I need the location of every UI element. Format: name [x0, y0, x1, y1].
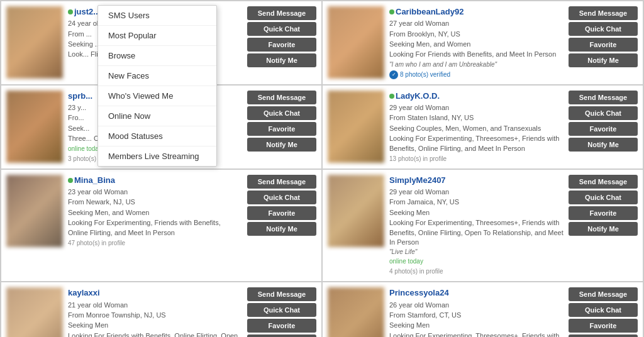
send-message-btn-kaylaxxi[interactable]: Send Message [247, 287, 316, 301]
dropdown-item-online-now[interactable]: Online Now [98, 106, 216, 126]
action-buttons-kaylaxxi: Send Message Quick Chat Favorite Notify … [247, 287, 316, 337]
profile-card-mina_bina: Mina_Bina 23 year old Woman From Newark,… [1, 170, 321, 282]
notify-me-btn-simplyme2407[interactable]: Notify Me [569, 222, 638, 236]
profile-photo-mina_bina[interactable] [6, 175, 63, 247]
profile-location-simplyme2407: From Jamaica, NY, US [389, 197, 564, 207]
notify-me-btn-just2[interactable]: Notify Me [247, 53, 316, 67]
notify-me-btn-princessyola24[interactable]: Notify Me [569, 334, 638, 337]
send-message-btn-ladykod[interactable]: Send Message [569, 91, 638, 104]
profile-card-simplyme2407: SimplyMe2407 29 year old Woman From Jama… [323, 170, 643, 282]
profile-card-ladykod: LadyK.O.D. 29 year old Woman From Staten… [323, 86, 643, 168]
favorite-btn-ladykod[interactable]: Favorite [569, 122, 638, 136]
notify-me-btn-ladykod[interactable]: Notify Me [569, 138, 638, 152]
profile-age-kaylaxxi: 21 year old Woman [68, 301, 242, 310]
verified-badge-caribbeanlady92: ✓8 photo(s) verified [389, 70, 450, 79]
photos-count-simplyme2407: 4 photo(s) in profile [389, 267, 564, 276]
photos-count-ladykod: 13 photo(s) in profile [389, 155, 564, 163]
profile-location-kaylaxxi: From Monroe Township, NJ, US [68, 311, 242, 320]
profile-desc-ladykod: Looking For Experimenting, Threesomes+, … [389, 134, 564, 153]
profile-info-mina_bina: Mina_Bina 23 year old Woman From Newark,… [68, 175, 242, 277]
quick-chat-btn-sprb[interactable]: Quick Chat [247, 106, 316, 120]
quick-chat-btn-kaylaxxi[interactable]: Quick Chat [247, 303, 316, 317]
action-buttons-just2: Send Message Quick Chat Favorite Notify … [247, 6, 316, 79]
profile-photo-just2[interactable] [6, 6, 63, 79]
profile-location-ladykod: From Staten Island, NY, US [389, 113, 564, 123]
profile-desc-mina_bina: Looking For Experimenting, Friends with … [68, 218, 242, 238]
dropdown-item-whos-viewed-me[interactable]: Who's Viewed Me [98, 86, 216, 106]
dropdown-item-sms-users[interactable]: SMS Users [98, 6, 216, 26]
profile-info-princessyola24: Princessyola24 26 year old Woman From St… [389, 287, 564, 337]
favorite-btn-just2[interactable]: Favorite [247, 38, 316, 52]
send-message-btn-just2[interactable]: Send Message [247, 6, 316, 20]
profile-info-caribbeanlady92: CaribbeanLady92 27 year old Woman From B… [389, 6, 564, 79]
notify-me-btn-sprb[interactable]: Notify Me [247, 138, 316, 152]
profile-photo-caribbeanlady92[interactable] [328, 6, 384, 79]
profile-card-caribbeanlady92: CaribbeanLady92 27 year old Woman From B… [323, 1, 643, 84]
notify-me-btn-caribbeanlady92[interactable]: Notify Me [569, 53, 638, 67]
profile-photo-simplyme2407[interactable] [328, 175, 384, 247]
favorite-btn-caribbeanlady92[interactable]: Favorite [569, 38, 638, 52]
profile-desc-kaylaxxi: Looking For Friends with Benefits, Onlin… [68, 331, 242, 337]
send-message-btn-princessyola24[interactable]: Send Message [569, 287, 638, 301]
profile-card-princessyola24: Princessyola24 26 year old Woman From St… [323, 282, 643, 337]
quick-chat-btn-just2[interactable]: Quick Chat [247, 22, 316, 36]
profile-desc-simplyme2407: Looking For Experimenting, Threesomes+, … [389, 218, 564, 247]
dropdown-menu: SMS UsersMost PopularBrowseNew FacesWho'… [97, 5, 217, 167]
favorite-btn-princessyola24[interactable]: Favorite [569, 319, 638, 333]
profile-seeking-kaylaxxi: Seeking Men [68, 321, 242, 330]
online-today-simplyme2407: online today [389, 257, 564, 266]
action-buttons-simplyme2407: Send Message Quick Chat Favorite Notify … [569, 175, 638, 277]
profile-photo-ladykod[interactable] [328, 91, 384, 163]
profile-location-caribbeanlady92: From Brooklyn, NY, US [389, 30, 564, 39]
profile-name-kaylaxxi[interactable]: kaylaxxi [68, 287, 242, 299]
profile-age-ladykod: 29 year old Woman [389, 103, 564, 113]
profile-photo-princessyola24[interactable] [328, 287, 384, 337]
profile-age-princessyola24: 26 year old Woman [389, 301, 564, 310]
profile-seeking-princessyola24: Seeking Men [389, 321, 564, 330]
profile-seeking-simplyme2407: Seeking Men [389, 208, 564, 218]
quick-chat-btn-simplyme2407[interactable]: Quick Chat [569, 191, 638, 204]
profile-age-simplyme2407: 29 year old Woman [389, 187, 564, 197]
send-message-btn-sprb[interactable]: Send Message [247, 91, 316, 104]
profile-name-princessyola24[interactable]: Princessyola24 [389, 287, 564, 299]
profile-seeking-caribbeanlady92: Seeking Men, and Women [389, 40, 564, 49]
profile-seeking-mina_bina: Seeking Men, and Women [68, 208, 242, 218]
profile-location-mina_bina: From Newark, NJ, US [68, 197, 242, 207]
action-buttons-caribbeanlady92: Send Message Quick Chat Favorite Notify … [569, 6, 638, 79]
profile-name-simplyme2407[interactable]: SimplyMe2407 [389, 175, 564, 186]
profile-name-mina_bina[interactable]: Mina_Bina [68, 175, 242, 186]
profile-photo-kaylaxxi[interactable] [6, 287, 63, 337]
send-message-btn-simplyme2407[interactable]: Send Message [569, 175, 638, 189]
favorite-btn-kaylaxxi[interactable]: Favorite [247, 319, 316, 333]
dropdown-item-most-popular[interactable]: Most Popular [98, 26, 216, 46]
profile-age-mina_bina: 23 year old Woman [68, 187, 242, 197]
profile-quote-caribbeanlady92: "I am who I am and I am Unbreakable" [389, 60, 564, 69]
profile-photo-sprb[interactable] [6, 91, 63, 163]
profile-name-caribbeanlady92[interactable]: CaribbeanLady92 [389, 6, 564, 18]
profile-card-kaylaxxi: kaylaxxi 21 year old Woman From Monroe T… [1, 282, 321, 337]
profile-seeking-ladykod: Seeking Couples, Men, Women, and Transex… [389, 124, 564, 133]
favorite-btn-sprb[interactable]: Favorite [247, 122, 316, 136]
send-message-btn-mina_bina[interactable]: Send Message [247, 175, 316, 189]
profile-info-ladykod: LadyK.O.D. 29 year old Woman From Staten… [389, 91, 564, 163]
dropdown-item-browse[interactable]: Browse [98, 46, 216, 66]
action-buttons-mina_bina: Send Message Quick Chat Favorite Notify … [247, 175, 316, 277]
profile-name-ladykod[interactable]: LadyK.O.D. [389, 91, 564, 102]
quick-chat-btn-princessyola24[interactable]: Quick Chat [569, 303, 638, 317]
dropdown-item-new-faces[interactable]: New Faces [98, 66, 216, 86]
quick-chat-btn-ladykod[interactable]: Quick Chat [569, 106, 638, 120]
action-buttons-sprb: Send Message Quick Chat Favorite Notify … [247, 91, 316, 163]
action-buttons-ladykod: Send Message Quick Chat Favorite Notify … [569, 91, 638, 163]
photos-count-mina_bina: 47 photo(s) in profile [68, 239, 242, 248]
dropdown-item-members-live-streaming[interactable]: Members Live Streaming [98, 146, 216, 166]
send-message-btn-caribbeanlady92[interactable]: Send Message [569, 6, 638, 20]
quick-chat-btn-caribbeanlady92[interactable]: Quick Chat [569, 22, 638, 36]
profile-desc-princessyola24: Looking For Experimenting, Threesomes+, … [389, 331, 564, 337]
notify-me-btn-kaylaxxi[interactable]: Notify Me [247, 334, 316, 337]
profiles-grid: just2... 24 year old From ... Seeking ..… [0, 0, 644, 337]
notify-me-btn-mina_bina[interactable]: Notify Me [247, 222, 316, 236]
favorite-btn-simplyme2407[interactable]: Favorite [569, 206, 638, 220]
favorite-btn-mina_bina[interactable]: Favorite [247, 206, 316, 220]
dropdown-item-mood-statuses[interactable]: Mood Statuses [98, 126, 216, 146]
quick-chat-btn-mina_bina[interactable]: Quick Chat [247, 191, 316, 204]
